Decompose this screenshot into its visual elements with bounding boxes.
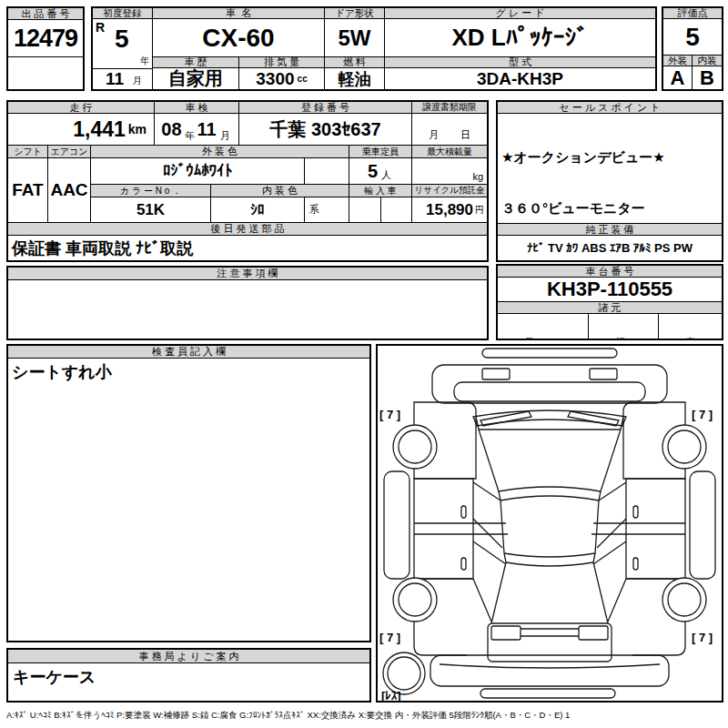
grade-value: XD Lﾊﾟｯｹｰｼﾞ: [385, 19, 655, 56]
score-box: 評価点 5 外装 内装 A B: [662, 6, 723, 91]
spec-length-label: 長さ: [525, 337, 543, 339]
import-car-cell-1: [349, 197, 381, 223]
side-band-right: [592, 523, 685, 534]
model-code-value: 3DA-KH3P: [385, 68, 655, 89]
deadline-label: 譲渡書類期限: [412, 102, 487, 114]
taillight-bar: [521, 629, 579, 636]
front-grille: [454, 382, 645, 401]
ext-color-suffix-cell: [305, 158, 349, 185]
chassis-box: 車 台 番 号 KH3P-110555 諸 元 長さ 幅 高さ: [496, 264, 723, 340]
taillight-left: [491, 626, 521, 640]
inspection-month: 11: [197, 119, 217, 140]
office-notice-label: 事 務 局 よ り ご 案 内: [8, 650, 369, 663]
car-diagram-box: [ 7 ] [ 7 ] [ 7 ] [ 7 ] [ﾚｽ]: [376, 344, 723, 703]
first-reg-month-unit: 月: [133, 75, 142, 87]
notes-value: [8, 280, 487, 339]
exterior-grade-label: 外装: [663, 55, 693, 66]
door-shape-label: ドア形状: [325, 8, 385, 19]
sales-points-list: ★オークションデビュー★ ３６０°ビューモニター ＥＴＣ ＬＥＤライト レーダー…: [498, 114, 722, 223]
shift-value: FAT: [8, 158, 48, 223]
sales-points-label: セ ー ル ス ポ イ ン ト: [498, 102, 722, 114]
displacement-label: 排 気 量: [239, 56, 325, 68]
deadline-day-unit: 日: [460, 128, 470, 142]
int-color-value: ｼﾛ: [211, 197, 305, 223]
spec-length-cell: 長さ: [498, 314, 589, 339]
grade-label: グ レ ー ド: [385, 8, 655, 19]
first-reg-year-unit: 年: [140, 55, 149, 67]
recycle-value-cell: 15,890 円: [412, 197, 487, 223]
details-box: 走 行 車 検 登 録 番 号 譲渡書類期限 1,441 km 08 年 11 …: [6, 100, 489, 262]
inspector-label: 検 査 員 記 入 欄: [8, 346, 369, 359]
displacement-value-cell: 3300 cc: [239, 68, 325, 89]
max-load-label: 最大積載量: [412, 146, 487, 158]
capacity-value: 5: [368, 161, 378, 182]
door-left: [414, 479, 473, 579]
auction-sheet: 出 品 番 号 12479 初度登録 R 5 年 11 月 車 名 CX-60 …: [0, 0, 728, 728]
interior-grade-label: 内装: [693, 55, 722, 66]
specs-label: 諸 元: [498, 302, 722, 314]
car-name-label: 車 名: [153, 8, 325, 19]
auction-number-box: 出 品 番 号 12479: [6, 6, 85, 91]
sales-point-item: ３６０°ビューモニター: [501, 199, 722, 217]
door-right: [626, 479, 685, 579]
door-handle-left-front: [461, 506, 466, 518]
first-reg-month-cell: 11 月: [93, 68, 153, 89]
spare-tire-label: [ﾚｽ]: [381, 689, 401, 701]
recycle-label: リサイクル預託金: [412, 185, 487, 197]
spec-width-cell: 幅: [589, 314, 659, 339]
inspection-label: 車 検: [155, 102, 239, 114]
mileage-value-cell: 1,441 km: [8, 114, 155, 146]
reg-no-label: 登 録 番 号: [239, 102, 412, 114]
reg-no-value: 千葉 303ｾ637: [239, 114, 412, 146]
color-no-value: 51K: [91, 197, 211, 223]
equipment-value: ﾅﾋﾞ TV ｶﾜ ABS ｴｱB ｱﾙﾐ PS PW: [498, 236, 722, 260]
fuel-label: 燃 料: [325, 56, 385, 68]
capacity-unit: 人: [381, 168, 391, 182]
tire-grade-rear-left: [ 7 ]: [379, 631, 400, 644]
exterior-grade-value: A: [663, 66, 693, 89]
inspection-value-cell: 08 年 11 月: [155, 114, 239, 146]
fuel-value: 軽油: [325, 68, 385, 89]
sill-right: [690, 471, 715, 579]
capacity-label: 乗車定員: [349, 146, 412, 158]
spec-height-label: 高さ: [686, 337, 704, 339]
spec-height-cell: 高さ: [659, 314, 722, 339]
inspector-box: 検 査 員 記 入 欄 シートすれ小: [6, 344, 371, 642]
deadline-month-unit: 月: [429, 128, 439, 142]
taillight-right: [579, 626, 608, 640]
int-color-suffix-cell: 系: [305, 197, 349, 223]
equipment-label: 純 正 装 備: [498, 223, 722, 236]
notes-box: 注 意 事 項 欄: [6, 266, 489, 340]
recycle-value: 15,890: [426, 201, 473, 219]
history-label: 車 歴: [153, 56, 239, 68]
office-notice-box: 事 務 局 よ り ご 案 内 キーケース: [6, 648, 371, 703]
chassis-label: 車 台 番 号: [498, 266, 722, 278]
first-reg-month: 11: [106, 69, 124, 89]
model-code-label: 型 式: [385, 56, 655, 68]
score-label: 評価点: [663, 8, 722, 19]
displacement-unit: cc: [298, 74, 308, 84]
aircon-value: AAC: [48, 158, 91, 223]
notes-label: 注 意 事 項 欄: [8, 268, 487, 280]
rear-bumper-strip: [480, 689, 615, 698]
interior-grade-value: B: [693, 66, 722, 89]
deadline-value-cell: 月 日: [412, 114, 487, 146]
side-band-left: [414, 523, 508, 534]
sales-points-box: セ ー ル ス ポ イ ン ト ★オークションデビュー★ ３６０°ビューモニター…: [496, 100, 723, 262]
import-car-cell-2: [381, 197, 412, 223]
int-color-label: 内 装 色: [211, 185, 349, 197]
sales-point-item: ★オークションデビュー★: [501, 148, 722, 167]
mileage-label: 走 行: [8, 102, 155, 114]
inspection-month-unit: 月: [220, 129, 230, 143]
door-handle-right-front: [633, 506, 638, 518]
auction-number-value: 12479: [8, 20, 83, 56]
door-handle-left-rear: [461, 558, 466, 570]
tire-grade-rear-right: [ 7 ]: [692, 631, 713, 644]
headlight-right: [590, 369, 617, 379]
tire-grade-front-left: [ 7 ]: [379, 408, 400, 421]
displacement-value: 3300: [256, 69, 294, 89]
front-face: [432, 365, 667, 403]
front-bumper-strip: [482, 349, 617, 358]
int-color-suffix: 系: [309, 203, 319, 217]
score-value: 5: [663, 19, 722, 55]
